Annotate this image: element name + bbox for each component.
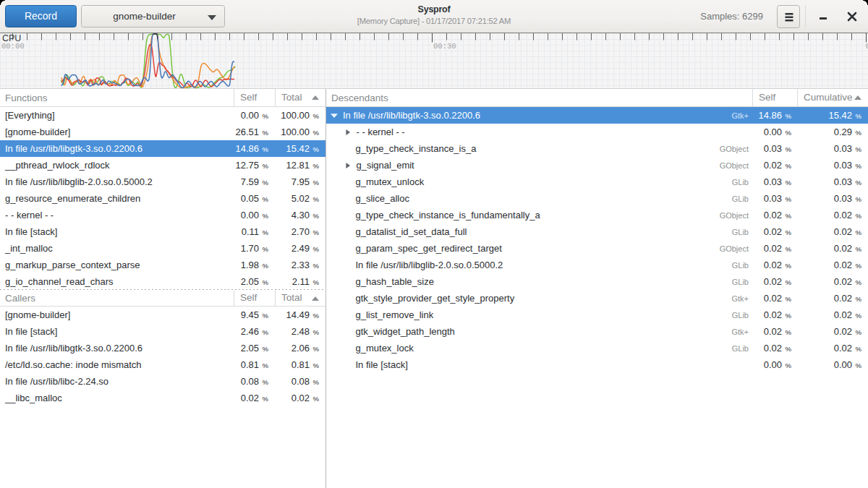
svg-text:00:30: 00:30 xyxy=(433,42,456,51)
svg-text:01:00: 01:00 xyxy=(866,42,868,51)
svg-text:00:00: 00:00 xyxy=(1,42,25,51)
